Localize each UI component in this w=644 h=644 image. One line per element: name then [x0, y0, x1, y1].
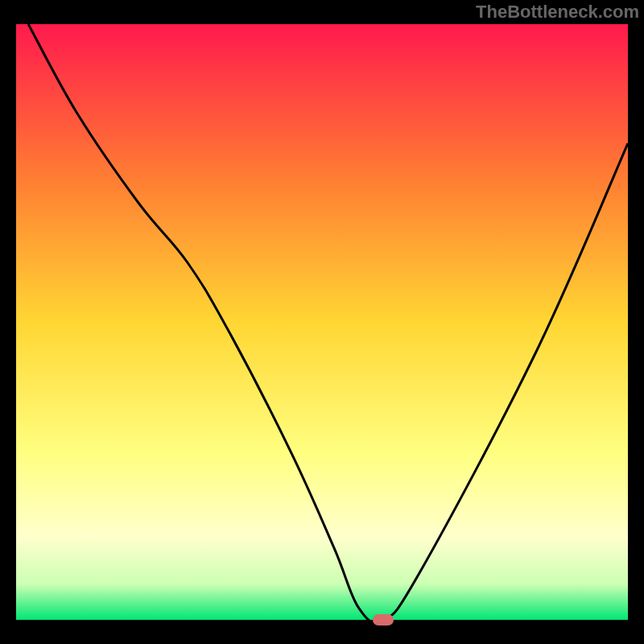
watermark: TheBottleneck.com: [476, 2, 639, 23]
chart-svg: [16, 24, 628, 620]
chart-background: [16, 24, 628, 620]
bottleneck-chart: [16, 24, 628, 620]
optimal-marker: [373, 614, 394, 625]
